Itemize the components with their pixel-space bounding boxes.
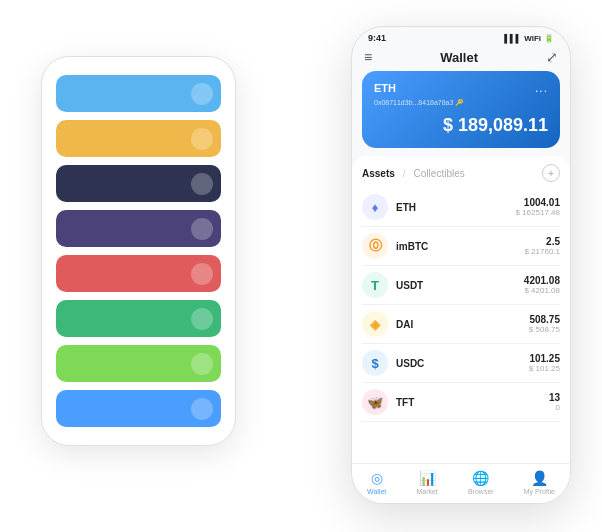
eth-card-label: ETH — [374, 82, 396, 94]
asset-row[interactable]: ♦ETH1004.01$ 162517.48 — [362, 188, 560, 227]
nav-item-browser[interactable]: 🌐Browser — [468, 470, 494, 495]
card-avatar-icon — [191, 218, 213, 240]
nav-item-market[interactable]: 📊Market — [416, 470, 437, 495]
wallet-card-item[interactable] — [56, 300, 221, 337]
foreground-phone: 9:41 ▌▌▌ WiFi 🔋 ≡ Wallet ⤢ ETH ... 0x087… — [351, 26, 571, 504]
eth-card-address: 0x08711d3b...8418a78a3 🔑 — [374, 99, 548, 107]
signal-icon: ▌▌▌ — [504, 34, 521, 43]
phone-header: ≡ Wallet ⤢ — [352, 45, 570, 71]
asset-icon-eth: ♦ — [362, 194, 388, 220]
add-asset-button[interactable]: + — [542, 164, 560, 182]
asset-usd-value: $ 4201.08 — [524, 286, 560, 295]
card-avatar-icon — [191, 83, 213, 105]
asset-amount: 101.25 — [529, 353, 560, 364]
asset-usd-value: $ 162517.48 — [516, 208, 561, 217]
eth-card-more[interactable]: ... — [535, 81, 548, 95]
asset-values: 1004.01$ 162517.48 — [516, 197, 561, 217]
eth-card[interactable]: ETH ... 0x08711d3b...8418a78a3 🔑 $ 189,0… — [362, 71, 560, 148]
wifi-icon: WiFi — [524, 34, 541, 43]
asset-symbol: DAI — [396, 319, 529, 330]
asset-icon-dai: ◈ — [362, 311, 388, 337]
asset-values: 130 — [549, 392, 560, 412]
nav-item-my-profile[interactable]: 👤My Profile — [524, 470, 555, 495]
header-title: Wallet — [440, 50, 478, 65]
nav-market-label: Market — [416, 488, 437, 495]
scan-icon[interactable]: ⤢ — [546, 49, 558, 65]
tab-assets[interactable]: Assets — [362, 168, 395, 179]
menu-icon[interactable]: ≡ — [364, 49, 372, 65]
tab-divider: / — [403, 168, 406, 179]
asset-row[interactable]: TUSDT4201.08$ 4201.08 — [362, 266, 560, 305]
asset-amount: 508.75 — [529, 314, 560, 325]
asset-amount: 2.5 — [524, 236, 560, 247]
card-avatar-icon — [191, 398, 213, 420]
asset-list: ♦ETH1004.01$ 162517.48⓪imBTC2.5$ 21760.1… — [362, 188, 560, 422]
asset-icon-usdc: $ — [362, 350, 388, 376]
nav-item-wallet[interactable]: ◎Wallet — [367, 470, 386, 495]
asset-usd-value: 0 — [549, 403, 560, 412]
scene: 9:41 ▌▌▌ WiFi 🔋 ≡ Wallet ⤢ ETH ... 0x087… — [21, 16, 581, 516]
assets-tabs: Assets / Collectibles — [362, 168, 465, 179]
wallet-card-item[interactable] — [56, 255, 221, 292]
status-bar: 9:41 ▌▌▌ WiFi 🔋 — [352, 27, 570, 45]
asset-symbol: imBTC — [396, 241, 524, 252]
asset-values: 508.75$ 508.75 — [529, 314, 560, 334]
bottom-nav: ◎Wallet📊Market🌐Browser👤My Profile — [352, 463, 570, 503]
asset-values: 4201.08$ 4201.08 — [524, 275, 560, 295]
eth-card-amount: $ 189,089.11 — [374, 115, 548, 136]
wallet-card-item[interactable] — [56, 345, 221, 382]
assets-section: Assets / Collectibles + ♦ETH1004.01$ 162… — [352, 156, 570, 463]
asset-symbol: USDC — [396, 358, 529, 369]
asset-symbol: TFT — [396, 397, 549, 408]
asset-icon-usdt: T — [362, 272, 388, 298]
asset-amount: 4201.08 — [524, 275, 560, 286]
battery-icon: 🔋 — [544, 34, 554, 43]
wallet-card-item[interactable] — [56, 390, 221, 427]
card-avatar-icon — [191, 263, 213, 285]
wallet-card-item[interactable] — [56, 120, 221, 157]
nav-wallet-label: Wallet — [367, 488, 386, 495]
background-phone — [41, 56, 236, 446]
nav-market-icon: 📊 — [419, 470, 436, 486]
assets-header: Assets / Collectibles + — [362, 156, 560, 188]
asset-symbol: USDT — [396, 280, 524, 291]
wallet-card-item[interactable] — [56, 75, 221, 112]
card-avatar-icon — [191, 128, 213, 150]
asset-values: 101.25$ 101.25 — [529, 353, 560, 373]
tab-collectibles[interactable]: Collectibles — [414, 168, 465, 179]
asset-row[interactable]: 🦋TFT130 — [362, 383, 560, 422]
nav-browser-icon: 🌐 — [472, 470, 489, 486]
asset-row[interactable]: ◈DAI508.75$ 508.75 — [362, 305, 560, 344]
nav-browser-label: Browser — [468, 488, 494, 495]
asset-usd-value: $ 508.75 — [529, 325, 560, 334]
asset-row[interactable]: ⓪imBTC2.5$ 21760.1 — [362, 227, 560, 266]
asset-amount: 13 — [549, 392, 560, 403]
status-time: 9:41 — [368, 33, 386, 43]
wallet-card-item[interactable] — [56, 165, 221, 202]
nav-my-profile-label: My Profile — [524, 488, 555, 495]
asset-usd-value: $ 101.25 — [529, 364, 560, 373]
status-icons: ▌▌▌ WiFi 🔋 — [504, 34, 554, 43]
asset-row[interactable]: $USDC101.25$ 101.25 — [362, 344, 560, 383]
asset-amount: 1004.01 — [516, 197, 561, 208]
card-avatar-icon — [191, 353, 213, 375]
asset-icon-imbtc: ⓪ — [362, 233, 388, 259]
card-avatar-icon — [191, 308, 213, 330]
asset-symbol: ETH — [396, 202, 516, 213]
asset-values: 2.5$ 21760.1 — [524, 236, 560, 256]
wallet-card-item[interactable] — [56, 210, 221, 247]
asset-icon-tft: 🦋 — [362, 389, 388, 415]
asset-usd-value: $ 21760.1 — [524, 247, 560, 256]
nav-wallet-icon: ◎ — [371, 470, 383, 486]
nav-my-profile-icon: 👤 — [531, 470, 548, 486]
card-avatar-icon — [191, 173, 213, 195]
